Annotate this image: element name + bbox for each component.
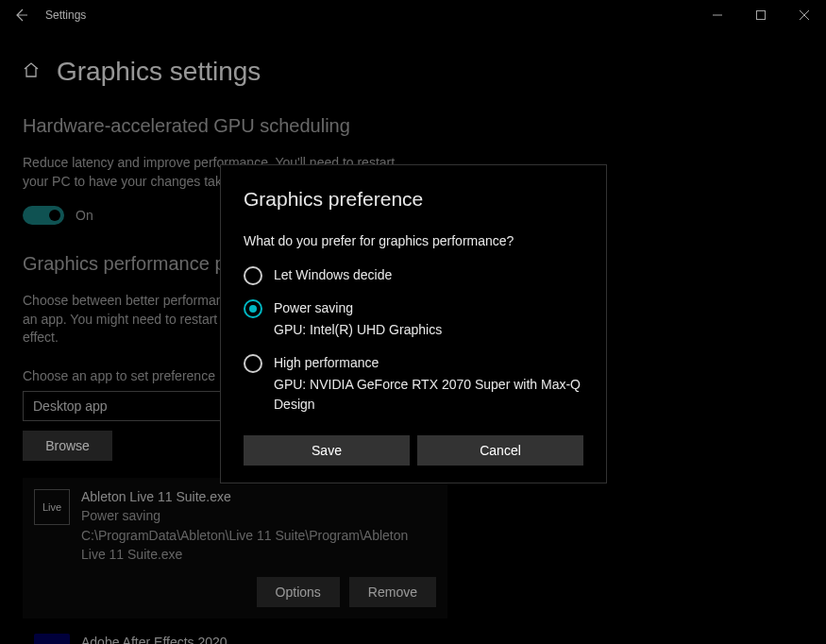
toggle-state-label: On	[76, 208, 93, 223]
options-button[interactable]: Options	[257, 577, 340, 607]
app-path: C:\ProgramData\Ableton\Live 11 Suite\Pro…	[81, 526, 421, 565]
app-entry-next[interactable]: Adobe After Effects 2020	[23, 634, 803, 644]
svg-rect-0	[757, 11, 766, 20]
radio-label-high-perf: High performance	[274, 355, 379, 370]
graphics-preference-dialog: Graphics preference What do you prefer f…	[220, 164, 607, 483]
hw-gpu-scheduling-heading: Hardware-accelerated GPU scheduling	[23, 115, 803, 137]
hw-gpu-scheduling-toggle[interactable]	[23, 206, 64, 225]
radio-let-windows-decide[interactable]	[244, 266, 262, 285]
app-entry: Live Ableton Live 11 Suite.exe Power sav…	[23, 478, 447, 619]
page-title: Graphics settings	[57, 57, 261, 87]
maximize-button[interactable]	[739, 0, 783, 30]
radio-power-saving[interactable]	[244, 299, 262, 318]
app-pref: Power saving	[81, 506, 421, 525]
app-name: Ableton Live 11 Suite.exe	[81, 487, 421, 506]
close-button[interactable]	[783, 0, 826, 30]
window-title: Settings	[42, 8, 86, 22]
save-button[interactable]: Save	[244, 435, 410, 466]
app-icon: Live	[34, 489, 70, 525]
radio-sub-high-perf: GPU: NVIDIA GeForce RTX 2070 Super with …	[274, 373, 583, 415]
app-type-value: Desktop app	[33, 398, 108, 414]
radio-label-windows: Let Windows decide	[274, 267, 392, 282]
radio-label-power-saving: Power saving	[274, 300, 353, 315]
browse-button[interactable]: Browse	[23, 431, 112, 461]
next-app-name: Adobe After Effects 2020	[81, 635, 228, 644]
title-bar: Settings	[0, 0, 826, 30]
minimize-button[interactable]	[696, 0, 739, 30]
cancel-button[interactable]: Cancel	[417, 435, 583, 466]
back-button[interactable]	[0, 0, 42, 30]
radio-sub-power-saving: GPU: Intel(R) UHD Graphics	[274, 318, 442, 340]
home-icon[interactable]	[23, 61, 40, 82]
radio-high-performance[interactable]	[244, 354, 262, 373]
dialog-title: Graphics preference	[244, 188, 583, 211]
after-effects-icon	[34, 634, 70, 644]
dialog-question: What do you prefer for graphics performa…	[244, 233, 583, 248]
remove-button[interactable]: Remove	[349, 577, 436, 607]
